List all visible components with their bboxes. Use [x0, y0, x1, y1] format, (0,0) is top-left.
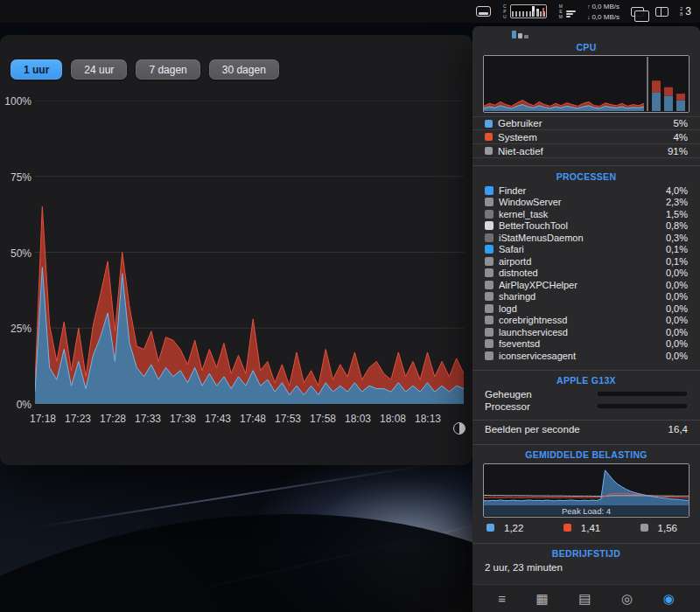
safari-app-icon	[485, 245, 494, 254]
x-axis-tick: 17:28	[94, 413, 132, 425]
menubar-widget-peek-icon	[512, 29, 528, 38]
gpu-processor-row: Processor	[472, 400, 700, 413]
process-cpu-value: 0,0%	[666, 351, 688, 361]
load-15m-bullet	[640, 524, 648, 532]
mem-widget-label: MEM	[558, 3, 564, 19]
tab-1-hour[interactable]: 1 uur	[10, 59, 62, 80]
system-color-bullet	[485, 133, 493, 141]
fps-row: Beelden per seconde 16,4	[472, 420, 700, 439]
x-axis-tick: 17:48	[234, 413, 272, 425]
process-row-bettertouchtool[interactable]: BetterTouchTool0,8%	[472, 220, 700, 233]
process-row-istatmenusdaemon[interactable]: iStatMenusDaemon0,3%	[472, 232, 700, 244]
process-row-fseventsd[interactable]: fseventsd0,0%	[472, 338, 700, 351]
load-15m-value: 1,56	[658, 523, 677, 533]
process-name: iconservicesagent	[499, 351, 666, 361]
process-row-distnoted[interactable]: distnoted0,0%	[472, 268, 700, 280]
finder-app-icon	[485, 186, 494, 195]
tab-30-days[interactable]: 30 dagen	[209, 59, 279, 80]
disk-icon[interactable]: ◎	[621, 592, 633, 605]
y-axis-tick: 100%	[0, 95, 32, 108]
processes-section: PROCESSEN Finder4,0% WindowServer2,3% ke…	[472, 165, 700, 362]
process-name: iStatMenusDaemon	[499, 233, 666, 243]
tab-24-hours[interactable]: 24 uur	[71, 59, 127, 80]
process-row-kernel-task[interactable]: kernel_task1,5%	[472, 208, 700, 220]
process-name: BetterTouchTool	[499, 220, 666, 231]
stacked-windows-icon	[631, 7, 644, 17]
process-cpu-value: 0,0%	[666, 338, 688, 349]
cpu-mini-chart	[484, 57, 689, 111]
process-row-corebrightnessd[interactable]: corebrightnessd0,0%	[472, 315, 700, 327]
process-name: Safari	[499, 244, 666, 254]
list-icon[interactable]: ≡	[498, 592, 506, 605]
cpu-stat-row: Systeem 4%	[472, 130, 700, 144]
process-row-windowserver[interactable]: WindowServer2,3%	[472, 197, 700, 209]
fseventsd-app-icon	[485, 339, 494, 348]
processes-section-title: PROCESSEN	[472, 171, 700, 182]
process-row-launchservicesd[interactable]: launchservicesd0,0%	[472, 326, 700, 338]
network-compass-icon[interactable]: ◉	[663, 592, 675, 605]
process-row-airportd[interactable]: airportd0,1%	[472, 255, 700, 268]
panes-menu-extra[interactable]	[655, 7, 668, 17]
istatmenusdaemon-app-icon	[485, 233, 494, 242]
process-name: sharingd	[499, 291, 666, 302]
x-axis-tick: 17:33	[129, 413, 167, 425]
tab-7-days[interactable]: 7 dagen	[136, 59, 200, 80]
cpu-history-chart	[35, 101, 464, 404]
y-axis-tick: 50%	[0, 247, 32, 260]
corebrightnessd-app-icon	[485, 316, 494, 324]
process-cpu-value: 0,0%	[666, 303, 688, 314]
process-name: corebrightnessd	[499, 315, 666, 325]
x-axis-tick: 18:08	[374, 413, 412, 425]
digit-bottom: 8	[680, 11, 682, 17]
memory-bars-icon	[566, 5, 576, 17]
process-row-safari[interactable]: Safari0,1%	[472, 244, 700, 256]
process-name: Finder	[499, 185, 666, 196]
process-cpu-value: 0,8%	[666, 220, 688, 231]
y-axis-tick: 0%	[0, 399, 32, 411]
gpu-memory-bar	[597, 391, 688, 397]
process-cpu-value: 0,0%	[666, 280, 688, 290]
load-5m-value: 1,41	[581, 523, 600, 533]
iconservicesagent-app-icon	[485, 351, 494, 360]
user-color-bullet	[485, 120, 493, 128]
istat-network-widget[interactable]: ↑0,0 MB/s ↓0,0 MB/s	[587, 3, 620, 21]
gpu-memory-row: Geheugen	[472, 388, 700, 400]
process-list: Finder4,0% WindowServer2,3% kernel_task1…	[472, 184, 700, 362]
process-row-iconservicesagent[interactable]: iconservicesagent0,0%	[472, 350, 700, 362]
kernel-task-app-icon	[485, 210, 494, 219]
x-axis: 17:18 17:23 17:28 17:33 17:38 17:43 17:4…	[35, 413, 464, 425]
process-row-sharingd[interactable]: sharingd0,0%	[472, 291, 700, 303]
process-row-finder[interactable]: Finder4,0%	[472, 184, 700, 197]
cpu-histogram-icon	[510, 4, 547, 18]
upload-arrow-icon: ↑	[587, 3, 591, 10]
windows-menu-extra[interactable]	[631, 7, 644, 17]
load-legend: 1,22 1,41 1,56	[472, 520, 700, 536]
x-axis-tick: 18:03	[339, 413, 377, 425]
cpu-stats-list: Gebruiker 5% Systeem 4% Niet-actief 91%	[472, 116, 700, 158]
history-duration-clock-icon[interactable]	[453, 422, 466, 435]
gpu-section: APPLE G13X Geheugen Processor Beelden pe…	[472, 370, 700, 439]
process-cpu-value: 0,1%	[666, 256, 688, 267]
cpu-graph-icon[interactable]: ▦	[536, 592, 549, 605]
load-1m-value: 1,22	[504, 523, 523, 533]
load-average-section: GEMIDDELDE BELASTING Peak Load: 4 1,22 1…	[472, 444, 700, 536]
launchservicesd-app-icon	[485, 328, 494, 337]
x-axis-tick: 17:18	[24, 413, 62, 425]
sharingd-app-icon	[485, 292, 494, 301]
stat-value: 4%	[673, 132, 688, 143]
process-row-logd[interactable]: logd0,0%	[472, 303, 700, 315]
process-cpu-value: 0,0%	[666, 268, 688, 278]
bettertouchtool-app-icon	[485, 221, 494, 230]
stat-digits-widget[interactable]: 2 8 3	[680, 5, 691, 17]
process-row-airplayxpchelper[interactable]: AirPlayXPCHelper0,0%	[472, 279, 700, 291]
badge-count: 3	[685, 5, 691, 17]
airportd-app-icon	[485, 257, 494, 266]
istat-cpu-widget[interactable]: CPU	[502, 3, 547, 19]
x-axis-tick: 17:58	[304, 413, 342, 425]
display-menu-extra[interactable]	[476, 6, 491, 17]
memory-icon[interactable]: ▤	[578, 592, 591, 605]
process-cpu-value: 0,0%	[666, 327, 688, 337]
x-axis-tick: 17:38	[164, 413, 202, 425]
peak-load-label: Peak Load: 4	[484, 505, 689, 517]
istat-memory-widget[interactable]: MEM	[558, 3, 576, 19]
